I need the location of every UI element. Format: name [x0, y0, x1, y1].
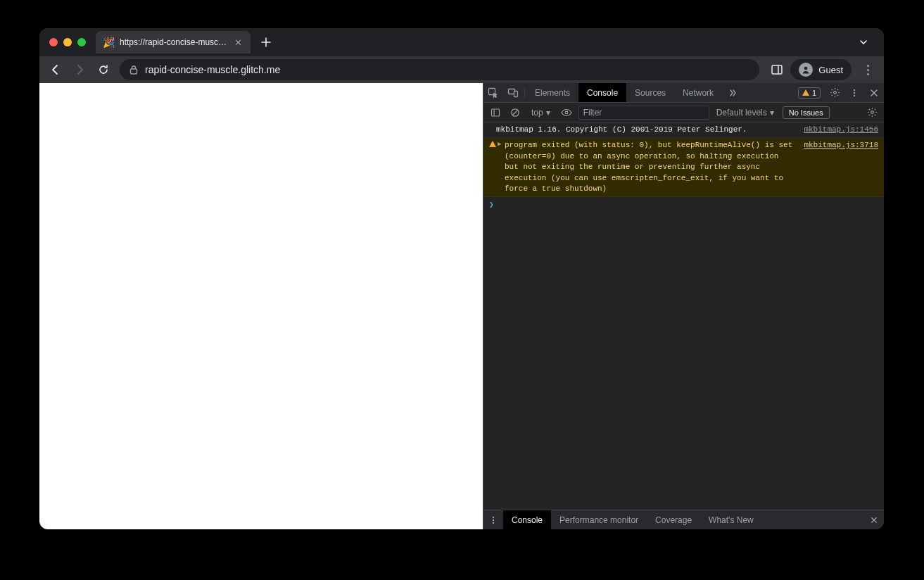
console-toolbar: top ▾ Default levels▾ No Issues — [483, 103, 884, 122]
profile-label: Guest — [818, 65, 843, 75]
drawer-menu-button[interactable] — [483, 510, 503, 530]
side-panel-button[interactable] — [766, 59, 787, 80]
issues-button[interactable]: No Issues — [783, 106, 830, 119]
tab-network[interactable]: Network — [674, 83, 722, 102]
tab-console[interactable]: Console — [578, 83, 626, 102]
svg-rect-11 — [492, 109, 500, 116]
devtools-drawer: Console Performance monitor Coverage Wha… — [483, 510, 884, 529]
toolbar: rapid-concise-muscle.glitch.me Guest — [39, 56, 884, 83]
device-toolbar-button[interactable] — [503, 83, 523, 103]
devtools-panel: Elements Console Sources Network 1 — [483, 83, 884, 529]
reload-button[interactable] — [93, 59, 114, 80]
svg-point-16 — [871, 111, 873, 114]
svg-point-18 — [493, 519, 494, 520]
svg-point-10 — [854, 94, 855, 96]
svg-point-9 — [854, 92, 855, 93]
more-tabs-button[interactable] — [722, 83, 742, 103]
minimize-window-button[interactable] — [63, 38, 72, 46]
forward-button[interactable] — [69, 59, 90, 80]
console-log-message: program exited (with status: 0), but kee… — [505, 140, 795, 194]
drawer-tab-performance[interactable]: Performance monitor — [551, 510, 647, 529]
devtools-menu-button[interactable] — [844, 83, 864, 103]
content-area: Elements Console Sources Network 1 — [39, 83, 884, 529]
web-page[interactable] — [39, 83, 483, 529]
omnibox[interactable]: rapid-concise-muscle.glitch.me — [120, 59, 759, 80]
svg-point-3 — [804, 67, 808, 70]
drawer-tab-coverage[interactable]: Coverage — [647, 510, 700, 529]
clear-console-button[interactable] — [507, 105, 523, 120]
warning-icon — [802, 89, 809, 96]
tab-elements[interactable]: Elements — [526, 83, 578, 102]
titlebar: 🎉 https://rapid-concise-muscle.g ✕ — [39, 28, 884, 56]
new-tab-button[interactable] — [256, 32, 276, 52]
console-body[interactable]: mkbitmap 1.16. Copyright (C) 2001-2019 P… — [483, 122, 884, 510]
url-text: rapid-concise-muscle.glitch.me — [145, 64, 280, 75]
svg-point-17 — [493, 516, 494, 517]
browser-window: 🎉 https://rapid-concise-muscle.g ✕ rapid… — [39, 28, 884, 529]
back-button[interactable] — [45, 59, 66, 80]
lock-icon — [129, 65, 138, 75]
svg-rect-1 — [772, 65, 782, 74]
drawer-tab-console[interactable]: Console — [503, 510, 551, 529]
close-tab-button[interactable]: ✕ — [233, 37, 243, 49]
favicon-icon: 🎉 — [103, 37, 114, 48]
profile-button[interactable]: Guest — [790, 59, 852, 80]
execution-context-selector[interactable]: top ▾ — [527, 108, 555, 118]
window-controls — [49, 38, 86, 46]
svg-point-7 — [833, 92, 836, 94]
drawer-tab-whatsnew[interactable]: What's New — [700, 510, 762, 529]
svg-point-15 — [565, 111, 568, 114]
main-menu-button[interactable] — [857, 65, 878, 75]
console-prompt[interactable]: ❯ — [483, 197, 884, 212]
console-log-message: mkbitmap 1.16. Copyright (C) 2001-2019 P… — [496, 125, 795, 135]
warnings-badge[interactable]: 1 — [798, 87, 821, 99]
svg-point-8 — [854, 89, 855, 90]
console-log-source-link[interactable]: mkbitmap.js:1456 — [804, 125, 878, 135]
console-log-row: mkbitmap 1.16. Copyright (C) 2001-2019 P… — [483, 122, 884, 138]
tab-title: https://rapid-concise-muscle.g — [120, 37, 227, 47]
tab-sources[interactable]: Sources — [626, 83, 674, 102]
close-window-button[interactable] — [49, 38, 58, 46]
console-warning-row: ▶ program exited (with status: 0), but k… — [483, 138, 884, 197]
log-levels-selector[interactable]: Default levels▾ — [716, 108, 774, 118]
svg-line-14 — [513, 110, 518, 115]
devtools-tabs: Elements Console Sources Network 1 — [483, 83, 884, 103]
console-settings-button[interactable] — [864, 105, 880, 120]
svg-point-19 — [493, 522, 494, 523]
prompt-chevron-icon: ❯ — [489, 200, 494, 209]
console-sidebar-toggle[interactable] — [488, 105, 503, 120]
svg-rect-6 — [514, 91, 518, 96]
expand-arrow-icon[interactable]: ▶ — [498, 140, 501, 149]
svg-rect-0 — [131, 69, 137, 74]
console-log-source-link[interactable]: mkbitmap.js:3718 — [804, 140, 878, 194]
console-filter-input[interactable] — [578, 106, 709, 120]
browser-tab[interactable]: 🎉 https://rapid-concise-muscle.g ✕ — [96, 31, 251, 53]
avatar-icon — [799, 63, 813, 77]
inspect-element-button[interactable] — [483, 83, 503, 103]
warnings-count: 1 — [812, 89, 816, 97]
live-expression-button[interactable] — [559, 105, 574, 120]
devtools-close-button[interactable] — [864, 83, 884, 103]
tab-search-button[interactable] — [853, 34, 874, 50]
devtools-settings-button[interactable] — [825, 83, 844, 103]
drawer-close-button[interactable]: ✕ — [864, 515, 884, 526]
maximize-window-button[interactable] — [77, 38, 86, 46]
